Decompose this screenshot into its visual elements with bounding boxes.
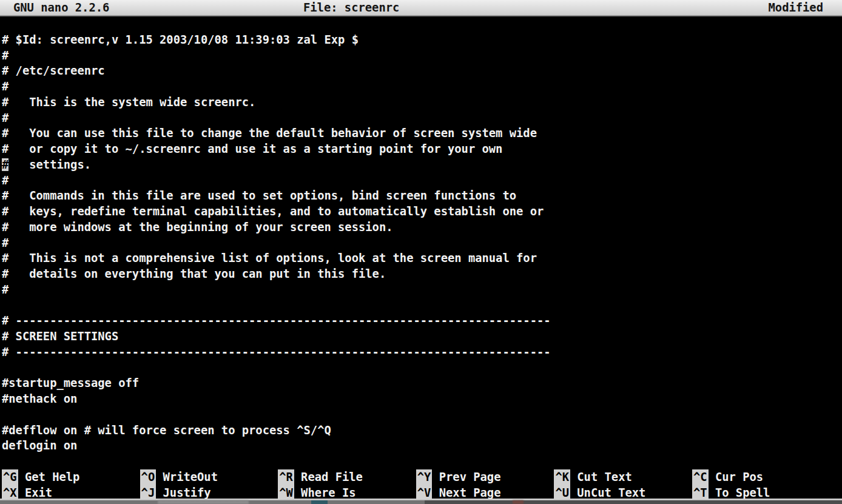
editor-line: # You can use this file to change the de… [2, 126, 840, 141]
editor-line [2, 454, 840, 469]
shortcut-label: Read File [294, 471, 363, 483]
shortcut-get-help[interactable]: ^G Get Help [2, 469, 140, 485]
shortcut-key: ^Y [416, 469, 433, 485]
shortcut-label: Cut Text [570, 471, 632, 483]
editor-line: # This is not a comprehensive list of op… [2, 250, 840, 266]
shortcut-key: ^C [692, 469, 709, 485]
shortcut-next-page[interactable]: ^V Next Page [416, 485, 554, 499]
shortcut-justify[interactable]: ^J Justify [140, 485, 278, 499]
app-version: GNU nano 2.2.6 [13, 1, 109, 15]
shortcut-key: ^X [2, 485, 18, 499]
modified-badge: Modified [769, 1, 823, 15]
editor-line: # details on everything that you can put… [2, 266, 840, 282]
editor-line: # --------------------------------------… [2, 313, 840, 329]
shortcut-cur-pos[interactable]: ^C Cur Pos [692, 469, 830, 485]
shortcut-key: ^G [2, 469, 18, 485]
shortcut-writeout[interactable]: ^O WriteOut [140, 469, 278, 485]
editor-line: # /etc/screenrc [2, 63, 840, 79]
editor-line: # Commands in this file are used to set … [2, 188, 840, 204]
editor-line: deflogin on [2, 438, 840, 454]
editor-line: # settings. [2, 157, 840, 173]
shortcut-exit[interactable]: ^X Exit [2, 485, 140, 499]
text-cursor: # [2, 158, 8, 171]
editor-line: # more windows at the beginning of your … [2, 220, 840, 235]
nano-titlebar: GNU nano 2.2.6 File: screenrc Modified [0, 0, 842, 16]
shortcut-label: UnCut Text [570, 486, 645, 499]
editor-line: # $Id: screenrc,v 1.15 2003/10/08 11:39:… [2, 32, 840, 48]
shortcut-prev-page[interactable]: ^Y Prev Page [416, 469, 554, 485]
shortcut-label: Exit [18, 486, 53, 499]
editor-line: # or copy it to ~/.screenrc and use it a… [2, 141, 840, 157]
editor-line: # keys, redefine terminal capabilities, … [2, 204, 840, 220]
editor-line [2, 360, 840, 376]
editor-area[interactable]: # $Id: screenrc,v 1.15 2003/10/08 11:39:… [2, 16, 840, 469]
shortcut-read-file[interactable]: ^R Read File [278, 469, 416, 485]
shortcut-key: ^R [278, 469, 294, 485]
editor-line [2, 407, 840, 423]
shortcut-uncut-text[interactable]: ^U UnCut Text [554, 485, 692, 499]
background-clutter [425, 500, 842, 504]
editor-line: # [2, 110, 840, 126]
editor-line: # SCREEN SETTINGS [2, 329, 840, 344]
shortcut-cut-text[interactable]: ^K Cut Text [554, 469, 692, 485]
editor-line: # --------------------------------------… [2, 344, 840, 360]
editor-line [2, 16, 840, 32]
editor-line: # [2, 282, 840, 298]
shortcut-label: WriteOut [156, 471, 218, 483]
shortcut-label: Next Page [432, 486, 500, 499]
shortcut-label: Prev Page [432, 471, 500, 483]
shortcut-key: ^K [554, 469, 570, 485]
background-clutter [311, 500, 328, 504]
background-clutter [513, 500, 524, 504]
shortcut-label: Justify [156, 486, 210, 499]
editor-line: #defflow on # will force screen to proce… [2, 423, 840, 438]
shortcut-key: ^J [140, 485, 157, 499]
shortcut-row: ^G Get Help^O WriteOut^R Read File^Y Pre… [2, 469, 840, 485]
shortcut-label: Where Is [294, 486, 356, 499]
editor-line: # [2, 173, 840, 189]
editor-line: # This is the system wide screenrc. [2, 95, 840, 110]
open-file-label: File: screenrc [303, 1, 399, 15]
editor-line: # [2, 235, 840, 251]
editor-line [2, 298, 840, 314]
shortcut-label: To Spell [709, 486, 770, 499]
shortcut-key: ^U [554, 485, 570, 499]
background-window-sliver [0, 500, 842, 504]
shortcut-to-spell[interactable]: ^T To Spell [692, 485, 830, 499]
shortcut-label: Get Help [18, 471, 80, 483]
shortcut-label: Cur Pos [709, 471, 763, 483]
shortcut-key: ^T [692, 485, 709, 499]
shortcut-key: ^O [140, 469, 157, 485]
shortcut-where-is[interactable]: ^W Where Is [278, 485, 416, 499]
editor-line: # [2, 79, 840, 95]
shortcut-bar: ^G Get Help^O WriteOut^R Read File^Y Pre… [2, 469, 840, 499]
shortcut-row: ^X Exit^J Justify^W Where Is^V Next Page… [2, 485, 840, 499]
editor-line: # [2, 48, 840, 64]
terminal-window: GNU nano 2.2.6 File: screenrc Modified #… [0, 0, 842, 504]
editor-line: #nethack on [2, 391, 840, 407]
background-clutter [158, 500, 249, 504]
editor-line: #startup_message off [2, 375, 840, 391]
shortcut-key: ^W [278, 485, 294, 499]
shortcut-key: ^V [416, 485, 433, 499]
